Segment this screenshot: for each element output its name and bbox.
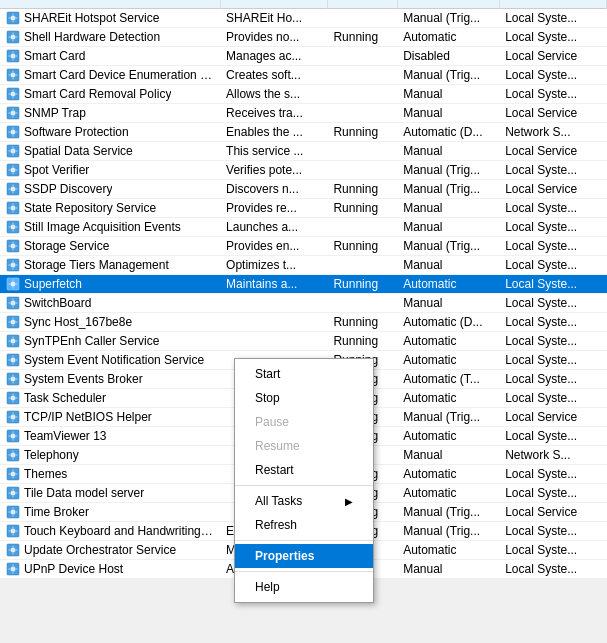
col-startup-header[interactable] xyxy=(397,0,499,9)
service-name-text: SwitchBoard xyxy=(24,296,91,310)
service-status-cell xyxy=(327,161,397,180)
context-menu-item-help[interactable]: Help xyxy=(235,575,373,599)
context-menu-item-all-tasks[interactable]: All Tasks▶ xyxy=(235,489,373,513)
service-logon-cell: Local Syste... xyxy=(499,218,606,237)
service-name-cell: Storage Tiers Management xyxy=(0,256,220,275)
context-menu-item-restart[interactable]: Restart xyxy=(235,458,373,482)
service-status-cell: Running xyxy=(327,180,397,199)
service-icon xyxy=(6,524,20,538)
service-name-text: TeamViewer 13 xyxy=(24,429,107,443)
service-name-cell: Themes xyxy=(0,465,220,484)
table-row[interactable]: Spatial Data ServiceThis service ...Manu… xyxy=(0,142,607,161)
table-row[interactable]: Smart Card Device Enumeration ServiceCre… xyxy=(0,66,607,85)
svg-point-21 xyxy=(11,206,16,211)
table-row[interactable]: Smart Card Removal PolicyAllows the s...… xyxy=(0,85,607,104)
service-name-text: Themes xyxy=(24,467,67,481)
table-row[interactable]: Software ProtectionEnables the ...Runnin… xyxy=(0,123,607,142)
service-desc-cell: Verifies pote... xyxy=(220,161,327,180)
service-startup-cell: Automatic xyxy=(397,389,499,408)
service-startup-cell: Manual xyxy=(397,218,499,237)
service-startup-cell: Disabled xyxy=(397,47,499,66)
service-desc-cell: Creates soft... xyxy=(220,66,327,85)
service-icon xyxy=(6,182,20,196)
service-status-cell xyxy=(327,85,397,104)
context-menu: StartStopPauseResumeRestartAll Tasks▶Ref… xyxy=(234,358,374,603)
service-desc-cell xyxy=(220,332,327,351)
table-row[interactable]: SynTPEnh Caller ServiceRunningAutomaticL… xyxy=(0,332,607,351)
service-startup-cell: Manual xyxy=(397,294,499,313)
service-desc-cell: Optimizes t... xyxy=(220,256,327,275)
table-row[interactable]: SNMP TrapReceives tra...ManualLocal Serv… xyxy=(0,104,607,123)
col-status-header[interactable] xyxy=(327,0,397,9)
service-logon-cell: Local Syste... xyxy=(499,560,606,579)
service-icon xyxy=(6,543,20,557)
service-startup-cell: Automatic xyxy=(397,351,499,370)
table-row[interactable]: Storage Tiers ManagementOptimizes t...Ma… xyxy=(0,256,607,275)
context-menu-item-label: All Tasks xyxy=(255,494,302,508)
service-name-cell: Tile Data model server xyxy=(0,484,220,503)
svg-point-19 xyxy=(11,187,16,192)
service-name-text: Smart Card xyxy=(24,49,85,63)
service-desc-cell: Receives tra... xyxy=(220,104,327,123)
service-name-cell: Task Scheduler xyxy=(0,389,220,408)
service-status-cell: Running xyxy=(327,332,397,351)
service-icon xyxy=(6,467,20,481)
service-icon xyxy=(6,505,20,519)
table-row[interactable]: Storage ServiceProvides en...RunningManu… xyxy=(0,237,607,256)
table-row[interactable]: Spot VerifierVerifies pote...Manual (Tri… xyxy=(0,161,607,180)
service-logon-cell: Local Syste... xyxy=(499,66,606,85)
service-logon-cell: Local Syste... xyxy=(499,484,606,503)
service-desc-cell: This service ... xyxy=(220,142,327,161)
service-logon-cell: Local Syste... xyxy=(499,427,606,446)
service-logon-cell: Local Syste... xyxy=(499,389,606,408)
service-icon xyxy=(6,486,20,500)
svg-point-1 xyxy=(11,16,16,21)
context-menu-item-properties[interactable]: Properties xyxy=(235,544,373,568)
table-row[interactable]: Smart CardManages ac...DisabledLocal Ser… xyxy=(0,47,607,66)
submenu-arrow-icon: ▶ xyxy=(345,496,353,507)
table-row[interactable]: Shell Hardware DetectionProvides no...Ru… xyxy=(0,28,607,47)
service-status-cell: Running xyxy=(327,123,397,142)
service-icon xyxy=(6,334,20,348)
service-name-cell: SwitchBoard xyxy=(0,294,220,313)
service-name-text: System Events Broker xyxy=(24,372,143,386)
service-name-text: Storage Service xyxy=(24,239,109,253)
service-name-text: Sync Host_167be8e xyxy=(24,315,132,329)
table-row[interactable]: SwitchBoardManualLocal Syste... xyxy=(0,294,607,313)
context-menu-item-refresh[interactable]: Refresh xyxy=(235,513,373,537)
svg-point-45 xyxy=(11,434,16,439)
table-row[interactable]: SHAREit Hotspot ServiceSHAREit Ho...Manu… xyxy=(0,9,607,28)
svg-point-13 xyxy=(11,130,16,135)
context-menu-item-label: Restart xyxy=(255,463,294,477)
service-icon xyxy=(6,372,20,386)
service-icon xyxy=(6,258,20,272)
table-row[interactable]: SuperfetchMaintains a...RunningAutomatic… xyxy=(0,275,607,294)
service-icon xyxy=(6,30,20,44)
service-name-text: Storage Tiers Management xyxy=(24,258,169,272)
service-status-cell: Running xyxy=(327,199,397,218)
context-menu-item-start[interactable]: Start xyxy=(235,362,373,386)
svg-point-15 xyxy=(11,149,16,154)
service-logon-cell: Local Syste... xyxy=(499,351,606,370)
service-logon-cell: Network S... xyxy=(499,123,606,142)
table-row[interactable]: Sync Host_167be8eRunningAutomatic (D...L… xyxy=(0,313,607,332)
service-startup-cell: Manual (Trig... xyxy=(397,522,499,541)
svg-point-17 xyxy=(11,168,16,173)
table-row[interactable]: Still Image Acquisition EventsLaunches a… xyxy=(0,218,607,237)
svg-point-57 xyxy=(11,548,16,553)
service-icon xyxy=(6,220,20,234)
col-desc-header[interactable] xyxy=(220,0,327,9)
service-logon-cell: Local Syste... xyxy=(499,275,606,294)
svg-point-11 xyxy=(11,111,16,116)
table-row[interactable]: SSDP DiscoveryDiscovers n...RunningManua… xyxy=(0,180,607,199)
service-name-text: SHAREit Hotspot Service xyxy=(24,11,159,25)
service-startup-cell: Automatic xyxy=(397,541,499,560)
col-logon-header[interactable] xyxy=(499,0,606,9)
context-menu-item-stop[interactable]: Stop xyxy=(235,386,373,410)
service-startup-cell: Automatic xyxy=(397,484,499,503)
service-name-cell: Shell Hardware Detection xyxy=(0,28,220,47)
service-logon-cell: Local Syste... xyxy=(499,541,606,560)
service-startup-cell: Manual xyxy=(397,446,499,465)
table-row[interactable]: State Repository ServiceProvides re...Ru… xyxy=(0,199,607,218)
col-name-header[interactable] xyxy=(0,0,220,9)
